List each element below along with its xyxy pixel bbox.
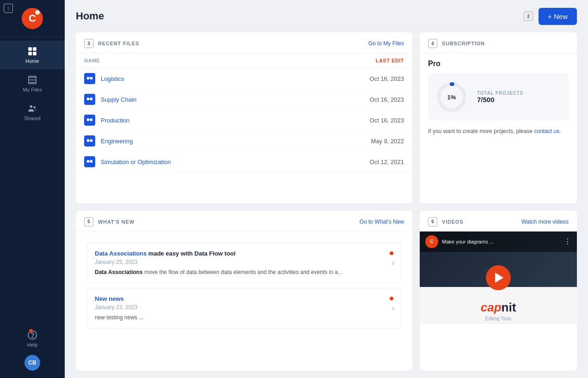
files-icon <box>27 75 37 85</box>
contact-us-link[interactable]: contact us <box>534 128 559 134</box>
file-type-icon <box>86 138 93 144</box>
file-date: Oct 16, 2023 <box>370 117 404 124</box>
news-item-header: New news <box>95 295 393 303</box>
subscription-header: 4 SUBSCRIPTION <box>420 32 577 53</box>
file-name[interactable]: Engineering <box>101 138 133 145</box>
files-table: NAME LAST EDIT Logistics Oct 16, 2023 <box>76 53 412 172</box>
col-date-label: LAST EDIT <box>376 58 404 63</box>
file-date: Oct 16, 2023 <box>370 96 404 103</box>
file-row[interactable]: Simulation or Optimization Oct 12, 2021 <box>76 152 412 172</box>
sidebar-item-home[interactable]: Home <box>0 41 65 69</box>
whats-new-header-left: 5 WHAT'S NEW <box>84 217 135 226</box>
sidebar-logo: 1 C <box>0 0 65 37</box>
app-logo[interactable]: C <box>22 8 43 29</box>
news-excerpt: new testing news ... <box>95 313 393 322</box>
sidebar-bottom: Help CB <box>0 326 65 378</box>
user-avatar[interactable]: CB <box>24 355 40 371</box>
whats-new-body: Data Associations made easy with Data Fl… <box>76 232 412 340</box>
new-button[interactable]: + New <box>539 8 577 25</box>
sidebar-nav: Home My Files Shared <box>0 37 65 326</box>
video-thumbnail[interactable]: C Make your diagrams ... ⋮ capnit <box>420 232 577 324</box>
svg-point-5 <box>30 105 33 108</box>
video-title-bar: C Make your diagrams ... ⋮ <box>420 232 577 252</box>
help-item[interactable]: Help <box>24 326 42 351</box>
total-projects-value: 7/500 <box>477 96 523 104</box>
file-icon <box>84 156 95 167</box>
sidebar-item-shared[interactable]: Shared <box>0 98 65 127</box>
recent-files-header: 3 RECENT FILES Go to My Files <box>76 32 412 53</box>
step-badge-2: 2 <box>524 12 533 21</box>
file-row[interactable]: Production Oct 16, 2023 <box>76 110 412 131</box>
files-list: Logistics Oct 16, 2023 Supply Chain Oct … <box>76 68 412 172</box>
news-chevron-icon: › <box>392 259 394 267</box>
news-item-title: New news <box>95 295 390 303</box>
file-type-icon <box>86 75 93 82</box>
video-logo-area: capnit <box>481 300 516 315</box>
logo-letter: C <box>29 12 36 24</box>
subscription-plan: Pro <box>428 60 569 68</box>
file-name[interactable]: Simulation or Optimization <box>101 159 171 165</box>
whats-new-card: 5 WHAT'S NEW Go to What's New Data Assoc… <box>76 211 412 371</box>
file-row-left: Engineering <box>84 135 133 146</box>
file-row[interactable]: Supply Chain Oct 16, 2023 <box>76 89 412 110</box>
svg-rect-1 <box>33 47 37 51</box>
whats-new-title: WHAT'S NEW <box>98 219 135 225</box>
file-row[interactable]: Engineering May 9, 2022 <box>76 131 412 152</box>
subscription-header-left: 4 SUBSCRIPTION <box>428 39 485 48</box>
file-name[interactable]: Production <box>101 117 129 124</box>
videos-title: VIDEOS <box>442 219 463 225</box>
news-item[interactable]: Data Associations made easy with Data Fl… <box>87 243 401 283</box>
video-more-icon[interactable]: ⋮ <box>564 237 571 246</box>
subscription-info: TOTAL PROJECTS 7/500 <box>477 91 523 104</box>
recent-files-header-left: 3 RECENT FILES <box>84 39 139 48</box>
news-date: January 25, 2023 <box>95 259 393 265</box>
file-row[interactable]: Logistics Oct 16, 2023 <box>76 68 412 89</box>
sidebar: 1 C Home My Files <box>0 0 65 378</box>
shared-icon <box>27 104 37 114</box>
step-badge-4: 4 <box>428 39 437 48</box>
sidebar-item-myfiles[interactable]: My Files <box>0 69 65 98</box>
news-item[interactable]: New news January 23, 2023 new testing ne… <box>87 288 401 329</box>
donut-label: 1% <box>447 94 456 101</box>
file-type-icon <box>86 117 93 123</box>
news-list: Data Associations made easy with Data Fl… <box>81 237 407 334</box>
go-to-my-files-link[interactable]: Go to My Files <box>368 40 404 47</box>
whats-new-header: 5 WHAT'S NEW Go to What's New <box>76 211 412 232</box>
file-name[interactable]: Supply Chain <box>101 96 136 103</box>
file-row-left: Logistics <box>84 73 124 84</box>
file-row-left: Supply Chain <box>84 94 136 105</box>
home-icon <box>27 46 37 56</box>
file-type-icon <box>86 159 93 165</box>
news-chevron-icon: › <box>392 304 394 312</box>
svg-rect-2 <box>28 52 32 55</box>
file-date: Oct 16, 2023 <box>370 75 404 82</box>
file-type-icon <box>86 96 93 103</box>
file-row-left: Production <box>84 115 129 126</box>
svg-rect-3 <box>33 52 37 55</box>
files-table-header: NAME LAST EDIT <box>76 53 412 68</box>
news-excerpt: Data Associations move the flow of data … <box>95 268 393 276</box>
news-item-title: Data Associations made easy with Data Fl… <box>95 250 390 258</box>
page-header: Home 2 + New <box>65 0 588 32</box>
sidebar-home-label: Home <box>25 58 39 64</box>
subscription-note: If you want to create more projects, ple… <box>428 127 569 135</box>
header-actions: 2 + New <box>524 8 577 25</box>
sidebar-shared-label: Shared <box>24 116 40 121</box>
file-icon <box>84 135 95 146</box>
channel-initial: C <box>430 239 433 244</box>
file-name[interactable]: Logistics <box>101 75 124 82</box>
watch-more-videos-link[interactable]: Watch more videos <box>521 219 569 225</box>
sub-note-suffix: . <box>559 128 561 134</box>
subscription-chart-area: 1% TOTAL PROJECTS 7/500 <box>428 73 569 121</box>
recent-files-card: 3 RECENT FILES Go to My Files NAME LAST … <box>76 32 412 203</box>
subscription-title: SUBSCRIPTION <box>442 41 485 46</box>
video-channel: C Make your diagrams ... <box>425 235 494 248</box>
col-name-label: NAME <box>84 58 100 63</box>
donut-chart: 1% <box>435 81 468 113</box>
file-date: Oct 12, 2021 <box>370 159 404 165</box>
step-badge-5: 5 <box>84 217 93 226</box>
subscription-card: 4 SUBSCRIPTION Pro 1% TOTAL PROJECTS <box>420 32 577 203</box>
subscription-body: Pro 1% TOTAL PROJECTS 7/500 <box>420 53 577 142</box>
play-button[interactable] <box>486 265 511 290</box>
go-to-whats-new-link[interactable]: Go to What's New <box>360 219 404 225</box>
